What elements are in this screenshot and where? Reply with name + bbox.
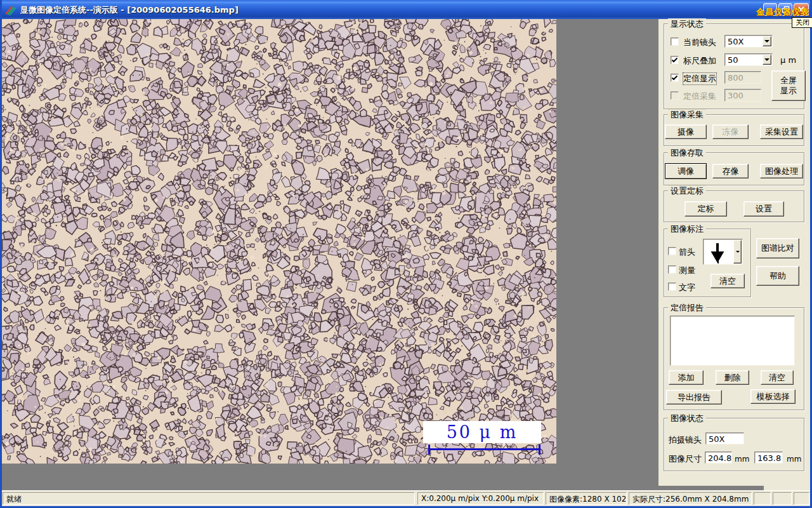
measure-checkbox[interactable]: [668, 265, 676, 274]
scale-bar-label: 50 μ m: [447, 422, 518, 442]
app-window: 显微图像定倍系统--演示版 - [20090602055646.bmp] 金昌仪…: [0, 0, 812, 508]
group-display-status-title: 显示状态: [668, 18, 706, 30]
shoot-lens-field[interactable]: 50X: [705, 432, 744, 444]
arrow-label: 箭头: [679, 246, 695, 258]
status-ready: 就绪: [3, 492, 415, 505]
report-add-button[interactable]: 添加: [669, 370, 704, 385]
current-lens-dropdown-icon[interactable]: [763, 36, 771, 46]
setup-button[interactable]: 设置: [743, 201, 784, 217]
image-size-label: 图像尺寸: [669, 453, 702, 465]
template-select-button[interactable]: 模板选择: [750, 389, 796, 404]
text-label: 文字: [679, 282, 695, 293]
scale-overlay-label: 标尺叠加: [683, 55, 716, 67]
status-cell-empty-2: [773, 492, 792, 505]
micrograph-image[interactable]: [2, 19, 556, 464]
fixed-capture-label: 定倍采集: [683, 91, 716, 102]
group-report-title: 定倍报告: [668, 302, 706, 314]
image-height-field[interactable]: 163.8: [754, 451, 783, 464]
group-storage-title: 图像存取: [668, 147, 706, 159]
measure-label: 测量: [679, 265, 695, 276]
window-border-left: [0, 0, 2, 508]
status-cell-empty-3: [794, 492, 809, 505]
scale-bar-box: 50 μ m: [423, 421, 541, 443]
report-delete-button[interactable]: 删除: [716, 370, 749, 385]
export-report-button[interactable]: 导出报告: [666, 390, 722, 404]
arrow-checkbox[interactable]: [668, 247, 676, 255]
freeze-button: 冻像: [712, 124, 749, 139]
atlas-compare-button[interactable]: 图谱比对: [756, 238, 799, 258]
status-image-pixels: 图像像素:1280 X 1024: [546, 492, 627, 505]
window-title: 显微图像定倍系统--演示版 - [20090602055646.bmp]: [20, 4, 239, 16]
fullscreen-button-line2: 显示: [780, 86, 797, 96]
fixed-capture-checkbox: [671, 91, 679, 100]
scale-overlay-dropdown-icon[interactable]: [763, 55, 771, 65]
scale-bar-line: [428, 444, 540, 455]
image-width-field[interactable]: 204.8: [705, 451, 732, 464]
fullscreen-button-line1: 全屏: [780, 76, 797, 86]
group-calibration-title: 设置定标: [668, 185, 706, 197]
help-button[interactable]: 帮助: [756, 266, 799, 286]
image-process-button[interactable]: 图像处理: [760, 164, 803, 178]
shoot-button[interactable]: 摄像: [665, 124, 707, 139]
fixed-display-checkbox[interactable]: [671, 74, 679, 82]
vendor-watermark: 金昌仪器仪表: [756, 6, 809, 18]
current-lens-checkbox[interactable]: [671, 37, 679, 46]
shoot-lens-label: 拍摄镜头: [669, 434, 702, 446]
annotation-clear-button[interactable]: 清空: [710, 274, 745, 288]
fixed-display-input: 800: [724, 71, 761, 84]
arrow-down-annotation-icon: [705, 240, 730, 264]
current-lens-label: 当前镜头: [683, 37, 716, 48]
fixed-display-label: 定倍显示: [683, 73, 716, 84]
panel-bottom-strip: [658, 486, 764, 490]
scale-overlay-unit: μ m: [780, 55, 796, 65]
image-height-unit: mm: [787, 455, 801, 464]
save-image-button[interactable]: 存像: [712, 164, 749, 178]
group-annotation-title: 图像标注: [668, 224, 706, 235]
text-checkbox[interactable]: [668, 283, 676, 291]
load-image-button[interactable]: 调像: [665, 163, 707, 179]
group-capture-title: 图像采集: [668, 109, 706, 121]
title-bar[interactable]: 显微图像定倍系统--演示版 - [20090602055646.bmp] 金昌仪…: [0, 0, 812, 19]
fixed-capture-input: 300: [724, 89, 761, 102]
scale-overlay-checkbox[interactable]: [671, 56, 679, 64]
image-viewport[interactable]: 50 μ m: [2, 19, 556, 464]
status-pixel-scale: X:0.200μ m/pix Y:0.200μ m/pix: [417, 492, 544, 505]
arrow-style-dropdown-icon[interactable]: [733, 240, 742, 264]
fullscreen-button[interactable]: 全屏 显示: [771, 70, 806, 101]
close-tooltip: 关闭: [792, 17, 812, 28]
calibrate-button[interactable]: 定标: [684, 201, 727, 217]
report-clear-button[interactable]: 清空: [761, 370, 794, 385]
report-listbox[interactable]: [670, 316, 795, 366]
app-icon: [4, 4, 17, 17]
image-width-unit: mm: [735, 455, 749, 464]
capture-settings-button[interactable]: 采集设置: [760, 124, 803, 139]
group-image-status-title: 图像状态: [668, 413, 706, 424]
status-actual-size: 实际尺寸:256.0mm X 204.8mm: [629, 492, 752, 505]
status-cell-empty-1: [754, 492, 771, 505]
